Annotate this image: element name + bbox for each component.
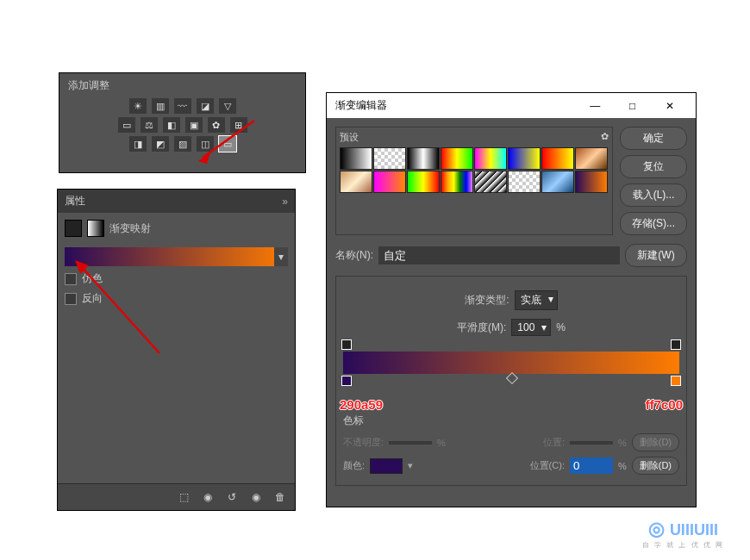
presets-box: 预设 ✿ [335, 127, 613, 235]
color-balance-icon[interactable]: ⚖ [141, 117, 158, 133]
opacity-stop-left[interactable] [341, 339, 352, 350]
cancel-button[interactable]: 复位 [620, 155, 687, 178]
trash-icon[interactable]: 🗑 [272, 490, 288, 504]
preset-swatch[interactable] [373, 171, 406, 193]
preset-swatch[interactable] [508, 171, 541, 193]
reset-icon[interactable]: ↺ [224, 490, 240, 504]
maximize-button[interactable]: □ [616, 100, 650, 112]
vibrance-icon[interactable]: ▽ [219, 98, 236, 114]
preset-swatch[interactable] [373, 147, 406, 170]
preset-swatch[interactable] [474, 147, 507, 170]
opacity-loc-label: 位置: [543, 436, 565, 449]
opacity-label: 不透明度: [343, 436, 384, 449]
color-lookup-icon[interactable]: ⊞ [230, 117, 247, 133]
adjustments-row-3: ◨ ◩ ▨ ◫ ▭ [68, 136, 297, 152]
adjustments-row-1: ☀ ▥ 〰 ◪ ▽ [68, 98, 297, 114]
load-button[interactable]: 载入(L)... [620, 184, 687, 207]
pct-label: % [556, 321, 566, 333]
color-label: 颜色: [343, 459, 365, 472]
levels-icon[interactable]: ▥ [152, 98, 169, 114]
bw-icon[interactable]: ◧ [163, 117, 180, 133]
color-dropdown-icon[interactable]: ▾ [408, 460, 413, 471]
threshold-icon[interactable]: ▨ [174, 136, 191, 152]
stops-group-label: 色标 [343, 414, 679, 428]
preset-swatch[interactable] [441, 171, 473, 193]
preset-swatch[interactable] [508, 147, 541, 170]
properties-panel: 属性 » 渐变映射 ▾ 仿色 反向 ⬚ ◉ ↺ ◉ 🗑 [57, 189, 296, 511]
color-stop-left[interactable] [341, 376, 352, 386]
midpoint-marker[interactable] [506, 372, 518, 384]
properties-tab[interactable]: 属性 [65, 194, 85, 208]
visibility-icon[interactable]: ◉ [248, 490, 264, 504]
color-loc-label: 位置(C): [530, 459, 565, 472]
name-input[interactable] [378, 246, 620, 264]
preset-swatch[interactable] [474, 171, 507, 193]
adjustments-title: 添加调整 [68, 78, 297, 93]
gradient-type-label: 渐变类型: [465, 293, 509, 308]
gradient-preview-bar[interactable]: ▾ [65, 247, 288, 266]
opacity-stop-controls: 不透明度: % 位置: % 删除(D) [343, 433, 679, 451]
gradient-dropdown-icon[interactable]: ▾ [274, 247, 288, 266]
smoothness-input[interactable]: 100 [511, 319, 551, 336]
invert-icon[interactable]: ◨ [129, 136, 147, 152]
preset-swatch[interactable] [407, 171, 440, 193]
view-previous-icon[interactable]: ◉ [200, 490, 216, 504]
presets-gear-icon[interactable]: ✿ [601, 131, 609, 144]
properties-header: 属性 » [58, 190, 295, 213]
opacity-stop-right[interactable] [671, 339, 681, 350]
hue-sat-icon[interactable]: ▭ [118, 117, 135, 133]
reverse-row[interactable]: 反向 [65, 291, 288, 306]
selective-color-icon[interactable]: ◫ [197, 136, 214, 152]
gradient-editor-titlebar: 渐变编辑器 — □ ✕ [327, 93, 696, 118]
preset-grid [340, 147, 609, 193]
adjustment-type-icon [65, 220, 82, 237]
gradient-map-icon[interactable]: ▭ [219, 136, 236, 152]
dither-row[interactable]: 仿色 [65, 271, 288, 286]
opacity-delete-button: 删除(D) [632, 433, 679, 451]
clip-icon[interactable]: ⬚ [176, 490, 191, 504]
name-label: 名称(N): [335, 248, 373, 263]
gradient-editor-dialog: 渐变编辑器 — □ ✕ 预设 ✿ [326, 92, 697, 507]
left-stop-hex-label: 290a59 [340, 397, 383, 412]
reverse-label: 反向 [82, 291, 103, 306]
minimize-button[interactable]: — [578, 100, 612, 112]
gradient-type-select[interactable]: 实底 [515, 290, 558, 310]
right-stop-hex-label: ff7c00 [646, 397, 683, 412]
gradient-editor-title: 渐变编辑器 [335, 98, 387, 113]
posterize-icon[interactable]: ◩ [152, 136, 169, 152]
dither-checkbox[interactable] [65, 273, 77, 285]
preset-swatch[interactable] [340, 147, 372, 170]
brightness-icon[interactable]: ☀ [129, 98, 147, 114]
name-row: 名称(N): 新建(W) [335, 244, 687, 267]
photo-filter-icon[interactable]: ▣ [185, 117, 203, 133]
mask-icon[interactable] [87, 220, 104, 237]
opacity-loc-input [570, 441, 613, 445]
preset-swatch[interactable] [575, 147, 608, 170]
preset-swatch[interactable] [575, 171, 608, 193]
new-button[interactable]: 新建(W) [625, 244, 687, 267]
properties-menu-icon[interactable]: » [282, 196, 288, 208]
presets-label: 预设 [340, 131, 359, 144]
reverse-checkbox[interactable] [65, 293, 77, 305]
preset-swatch[interactable] [541, 171, 574, 193]
gradient-editor-body: 预设 ✿ [327, 118, 696, 495]
color-stop-right[interactable] [671, 376, 681, 386]
smoothness-label: 平滑度(M): [457, 320, 506, 335]
save-button[interactable]: 存储(S)... [620, 212, 687, 235]
preset-swatch[interactable] [441, 147, 473, 170]
preset-swatch[interactable] [407, 147, 440, 170]
adjustments-row-2: ▭ ⚖ ◧ ▣ ✿ ⊞ [68, 117, 297, 133]
gradient-ramp[interactable]: 290a59 ff7c00 [343, 352, 679, 374]
exposure-icon[interactable]: ◪ [197, 98, 214, 114]
color-loc-input[interactable] [570, 457, 613, 474]
ok-button[interactable]: 确定 [620, 127, 687, 150]
adjustment-type-label: 渐变映射 [109, 221, 151, 236]
curves-icon[interactable]: 〰 [174, 98, 191, 114]
close-button[interactable]: ✕ [653, 100, 687, 112]
preset-swatch[interactable] [340, 171, 372, 193]
dialog-button-column: 确定 复位 载入(L)... 存储(S)... [620, 127, 687, 235]
color-delete-button[interactable]: 删除(D) [632, 457, 679, 475]
channel-mixer-icon[interactable]: ✿ [208, 117, 225, 133]
preset-swatch[interactable] [541, 147, 574, 170]
color-swatch[interactable] [370, 458, 403, 474]
